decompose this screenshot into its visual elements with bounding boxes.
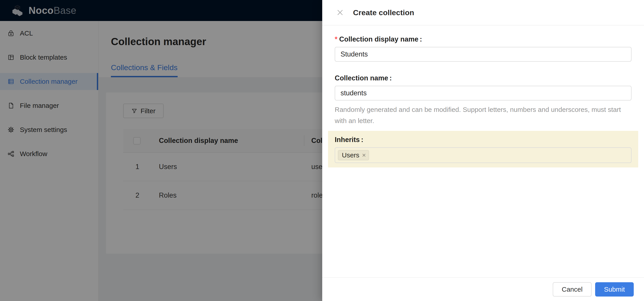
collection-name-help-text: Randomly generated and can be modified. … xyxy=(335,104,632,126)
app: NocoBase ACL Block templates Collection … xyxy=(0,0,644,301)
drawer-header: Create collection xyxy=(322,0,644,26)
create-collection-drawer: Create collection * Collection display n… xyxy=(322,0,644,301)
tag-remove-icon[interactable]: × xyxy=(362,152,366,159)
required-mark: * xyxy=(335,35,338,43)
close-button[interactable] xyxy=(336,8,344,17)
collection-display-name-input[interactable] xyxy=(335,47,632,62)
drawer-body: * Collection display name : Collection n… xyxy=(322,26,644,167)
submit-button[interactable]: Submit xyxy=(595,282,634,296)
field-collection-name: Collection name : Randomly generated and… xyxy=(335,74,632,126)
collection-name-input[interactable] xyxy=(335,86,632,101)
inherits-highlight-section: Inherits : Users × xyxy=(328,131,638,167)
field-label: Collection name : xyxy=(335,74,632,82)
field-collection-display-name: * Collection display name : xyxy=(335,35,632,62)
drawer-title: Create collection xyxy=(353,8,414,17)
inherits-tag-users: Users × xyxy=(338,150,369,160)
close-icon xyxy=(336,9,344,16)
cancel-button[interactable]: Cancel xyxy=(553,282,591,296)
field-label: * Collection display name : xyxy=(335,35,632,43)
field-label: Inherits : xyxy=(335,136,632,144)
drawer-footer: Cancel Submit xyxy=(322,277,644,301)
inherits-select[interactable]: Users × xyxy=(335,147,632,163)
tag-label: Users xyxy=(342,151,359,159)
